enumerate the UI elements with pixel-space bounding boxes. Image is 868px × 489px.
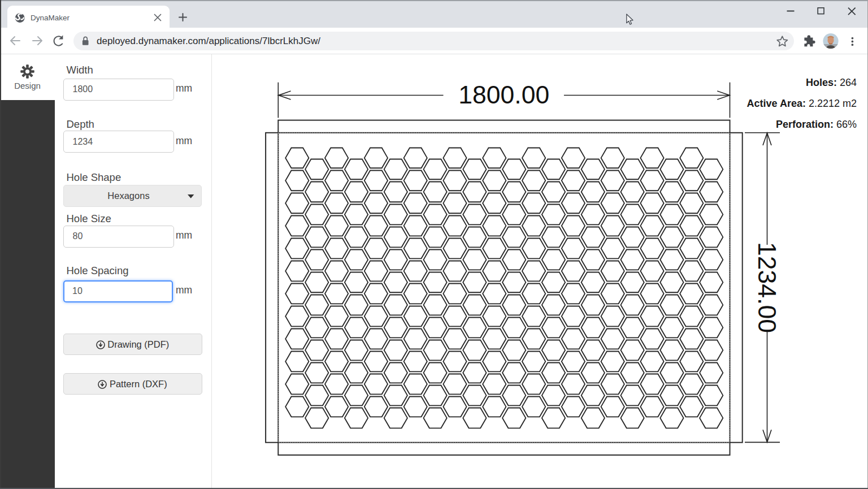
svg-text:Perforation: 66%: Perforation: 66% — [776, 119, 857, 130]
svg-text:1234.00: 1234.00 — [753, 242, 781, 333]
svg-text:Active Area: 2.2212 m2: Active Area: 2.2212 m2 — [747, 98, 857, 109]
svg-text:Holes: 264: Holes: 264 — [806, 77, 857, 88]
svg-text:1800.00: 1800.00 — [458, 81, 549, 109]
